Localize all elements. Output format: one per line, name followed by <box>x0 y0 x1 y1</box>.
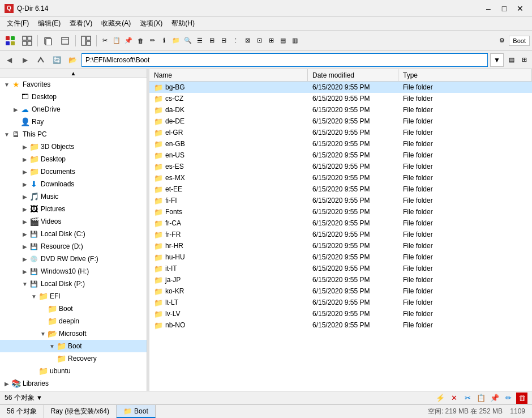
sidebar-item-boot-efi[interactable]: 📁 Boot <box>0 302 147 315</box>
menu-file[interactable]: 文件(F) <box>2 18 33 29</box>
sidebar-item-deepin[interactable]: 📁 deepin <box>0 315 147 327</box>
menu-help[interactable]: 帮助(H) <box>167 18 199 29</box>
sidebar-item-disk-d[interactable]: ▶ 💾 Resource (D:) <box>0 240 147 253</box>
nav-folder-icon[interactable]: 📂 <box>66 53 79 67</box>
sidebar-scroll-up[interactable]: ▲ <box>0 69 147 78</box>
toolbar-copy[interactable]: 📋 <box>111 35 122 46</box>
taskbar-user[interactable]: Ray (绿色安装/x64) <box>44 405 117 418</box>
status-icon-lightning[interactable]: ⚡ <box>435 393 446 404</box>
status-icon-close[interactable]: ✕ <box>448 393 460 404</box>
table-row[interactable]: 📁 en-US 6/15/2020 9:55 PM File folder <box>149 150 532 161</box>
col-header-date[interactable]: Date modified <box>308 69 398 81</box>
sidebar-item-desktop-fav[interactable]: 🗔 Desktop <box>0 91 147 103</box>
table-row[interactable]: 📁 et-EE 6/15/2020 9:55 PM File folder <box>149 184 532 195</box>
table-row[interactable]: 📁 hr-HR 6/15/2020 9:55 PM File folder <box>149 240 532 251</box>
toolbar-view8[interactable]: ▤ <box>277 35 289 46</box>
table-row[interactable]: 📁 es-MX 6/15/2020 9:55 PM File folder <box>149 172 532 184</box>
view-btn-1[interactable]: ▤ <box>506 54 517 66</box>
nav-forward[interactable]: ▶ <box>18 53 32 67</box>
maximize-button[interactable]: □ <box>497 3 512 14</box>
status-icon-edit[interactable]: ✏ <box>503 393 514 404</box>
table-row[interactable]: 📁 it-IT 6/15/2020 9:55 PM File folder <box>149 263 532 274</box>
minimize-button[interactable]: – <box>481 3 496 14</box>
status-icon-delete[interactable]: 🗑 <box>516 393 527 404</box>
table-row[interactable]: 📁 fr-FR 6/15/2020 9:55 PM File folder <box>149 229 532 240</box>
toolbar-properties[interactable]: ℹ <box>158 35 170 46</box>
toolbar-grid-btn[interactable] <box>19 33 35 49</box>
table-row[interactable]: 📁 de-DE 6/15/2020 9:55 PM File folder <box>149 116 532 127</box>
sidebar-item-ubuntu[interactable]: 📁 ubuntu <box>0 365 147 377</box>
sidebar-item-documents[interactable]: ▶ 📁 Documents <box>0 165 147 178</box>
table-row[interactable]: 📁 lv-LV 6/15/2020 9:55 PM File folder <box>149 308 532 319</box>
toolbar-view7[interactable]: ⊞ <box>265 35 277 46</box>
table-row[interactable]: 📁 ko-KR 6/15/2020 9:55 PM File folder <box>149 285 532 297</box>
table-row[interactable]: 📁 ja-JP 6/15/2020 9:55 PM File folder <box>149 274 532 285</box>
close-button[interactable]: ✕ <box>513 3 527 14</box>
sidebar-item-boot-selected[interactable]: ▼ 📁 Boot <box>0 340 147 352</box>
table-row[interactable]: 📁 bg-BG 6/15/2020 9:55 PM File folder <box>149 82 532 93</box>
sidebar-item-microsoft[interactable]: ▼ 📂 Microsoft <box>0 327 147 340</box>
toolbar-cut[interactable]: ✂ <box>99 35 110 46</box>
table-row[interactable]: 📁 en-GB 6/15/2020 9:55 PM File folder <box>149 138 532 150</box>
table-row[interactable]: 📁 nb-NO 6/15/2020 9:55 PM File folder <box>149 319 532 331</box>
table-row[interactable]: 📁 hu-HU 6/15/2020 9:55 PM File folder <box>149 251 532 263</box>
sidebar-item-onedrive[interactable]: ▶ ☁ OneDrive <box>0 103 147 116</box>
sidebar-item-desktop[interactable]: ▶ 📁 Desktop <box>0 153 147 165</box>
toolbar-paste[interactable]: 📌 <box>123 35 134 46</box>
toolbar-settings[interactable]: ⚙ <box>496 35 508 46</box>
sidebar-item-disk-p[interactable]: ▼ 💾 Local Disk (P:) <box>0 278 147 290</box>
address-dropdown[interactable]: ▼ <box>490 53 504 67</box>
nav-refresh[interactable]: 🔄 <box>50 53 63 67</box>
table-row[interactable]: 📁 el-GR 6/15/2020 9:55 PM File folder <box>149 127 532 138</box>
sidebar-item-favorites[interactable]: ▼ ★ Favorites <box>0 78 147 91</box>
col-header-name[interactable]: Name <box>149 69 308 81</box>
toolbar-rename[interactable]: ✏ <box>147 35 158 46</box>
table-row[interactable]: 📁 fr-CA 6/15/2020 9:55 PM File folder <box>149 217 532 229</box>
sidebar-item-efi[interactable]: ▼ 📁 EFI <box>0 290 147 302</box>
table-row[interactable]: 📁 fi-FI 6/15/2020 9:55 PM File folder <box>149 195 532 206</box>
sidebar-item-recovery[interactable]: 📁 Recovery <box>0 352 147 365</box>
table-row[interactable]: 📁 lt-LT 6/15/2020 9:55 PM File folder <box>149 297 532 308</box>
table-row[interactable]: 📁 cs-CZ 6/15/2020 9:55 PM File folder <box>149 93 532 104</box>
toolbar-view1[interactable]: ☰ <box>194 35 205 46</box>
sidebar-item-dvd[interactable]: ▶ 💿 DVD RW Drive (F:) <box>0 253 147 265</box>
status-dropdown[interactable]: ▼ <box>36 394 42 401</box>
sidebar-item-ray[interactable]: 👤 Ray <box>0 116 147 128</box>
toolbar-view9[interactable]: ▥ <box>289 35 301 46</box>
toolbar-view2[interactable]: ⊞ <box>206 35 217 46</box>
toolbar-newfolder[interactable]: 📁 <box>170 35 182 46</box>
toolbar-view5[interactable]: ⊠ <box>242 35 253 46</box>
col-header-type[interactable]: Type <box>398 69 532 81</box>
toolbar-delete[interactable]: 🗑 <box>135 35 146 46</box>
sidebar-item-pictures[interactable]: ▶ 🖼 Pictures <box>0 203 147 215</box>
toolbar-qdir-icon[interactable] <box>2 33 18 49</box>
sidebar-item-downloads[interactable]: ▶ ⬇ Downloads <box>0 178 147 190</box>
menu-view[interactable]: 查看(V) <box>65 18 97 29</box>
taskbar-folder[interactable]: 📁 Boot <box>117 405 156 418</box>
view-btn-2[interactable]: ⊞ <box>518 54 530 66</box>
status-icon-cut[interactable]: ✂ <box>462 393 473 404</box>
sidebar-item-music[interactable]: ▶ 🎵 Music <box>0 190 147 203</box>
menu-edit[interactable]: 编辑(E) <box>33 18 65 29</box>
sidebar-item-this-pc[interactable]: ▼ 🖥 This PC <box>0 128 147 140</box>
address-input[interactable] <box>81 53 488 67</box>
taskbar-objects[interactable]: 56 个对象 <box>0 405 44 418</box>
sidebar-item-videos[interactable]: ▶ 🎬 Videos <box>0 215 147 228</box>
nav-back[interactable]: ◀ <box>2 53 16 67</box>
toolbar-view3[interactable]: ⊟ <box>218 35 229 46</box>
toolbar-view6[interactable]: ⊡ <box>254 35 265 46</box>
status-icon-paste[interactable]: 📌 <box>489 393 500 404</box>
table-row[interactable]: 📁 da-DK 6/15/2020 9:55 PM File folder <box>149 104 532 116</box>
sidebar-item-disk-c[interactable]: ▶ 💾 Local Disk (C:) <box>0 228 147 240</box>
menu-options[interactable]: 选项(X) <box>135 18 167 29</box>
sidebar-item-disk-h[interactable]: ▶ 💾 Windows10 (H:) <box>0 265 147 278</box>
toolbar-btn-layout[interactable] <box>78 33 94 49</box>
status-icon-copy[interactable]: 📋 <box>475 393 487 404</box>
toolbar-btn-3[interactable] <box>57 33 73 49</box>
toolbar-btn-copy-view[interactable] <box>40 33 56 49</box>
toolbar-search[interactable]: 🔍 <box>182 35 194 46</box>
sidebar-item-3dobjects[interactable]: ▶ 📁 3D Objects <box>0 140 147 153</box>
toolbar-view4[interactable]: ⋮ <box>230 35 241 46</box>
sidebar-item-libraries[interactable]: ▶ 📚 Libraries <box>0 377 147 390</box>
nav-up[interactable] <box>34 53 48 67</box>
